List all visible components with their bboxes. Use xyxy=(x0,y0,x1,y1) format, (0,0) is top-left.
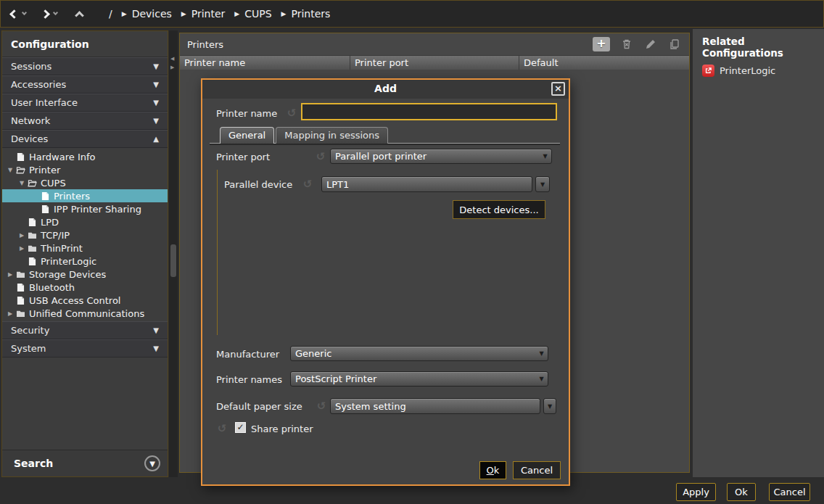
breadcrumb-item-printer[interactable]: ▶ Printer xyxy=(181,8,226,20)
sidebar-section-network[interactable]: Network ▼ xyxy=(2,112,168,130)
manufacturer-label: Manufacturer xyxy=(216,347,279,362)
copy-icon[interactable] xyxy=(667,38,682,51)
tree-item-printers[interactable]: Printers xyxy=(2,189,168,202)
expander-expanded-icon[interactable]: ▼ xyxy=(17,180,27,186)
cancel-button[interactable]: Cancel xyxy=(769,483,810,501)
forward-history-caret-icon[interactable] xyxy=(53,10,58,15)
document-icon xyxy=(27,257,37,266)
scrollbar-thumb[interactable] xyxy=(170,244,176,277)
share-printer-checkbox[interactable]: ✓ xyxy=(235,422,246,433)
default-paper-size-label: Default paper size xyxy=(216,399,302,414)
reset-icon[interactable]: ↺ xyxy=(315,399,328,414)
expander-collapsed-icon[interactable]: ▶ xyxy=(17,245,27,252)
detect-devices-button[interactable]: Detect devices... xyxy=(453,200,545,219)
tree-item-unified-communications[interactable]: ▶ Unified Communications xyxy=(2,307,168,320)
tree-item-lpd[interactable]: LPD xyxy=(2,215,168,228)
sidebar-section-accessories[interactable]: Accessories ▼ xyxy=(2,75,168,94)
apply-button[interactable]: Apply xyxy=(676,483,716,501)
related-item-printerlogic[interactable]: PrinterLogic xyxy=(702,65,824,77)
dialog-ok-button[interactable]: Ok xyxy=(479,461,506,479)
tree-item-thinprint[interactable]: ▶ ThinPrint xyxy=(2,241,168,255)
sidebar-section-system[interactable]: System ▼ xyxy=(2,339,168,358)
search-expand-button[interactable]: ▼ xyxy=(144,455,160,471)
splitter-right-icon[interactable]: ▶ xyxy=(170,64,174,71)
search-label: Search xyxy=(14,458,144,469)
top-toolbar: / ▶ Devices ▶ Printer ▶ CUPS ▶ Printers xyxy=(0,0,824,28)
tree-item-ipp-printer-sharing[interactable]: IPP Printer Sharing xyxy=(2,202,168,215)
splitter-left-icon[interactable]: ◀ xyxy=(170,55,174,62)
folder-closed-icon xyxy=(27,231,37,239)
breadcrumb-arrow-icon: ▶ xyxy=(181,10,186,17)
default-paper-size-dropdown-button[interactable]: ▼ xyxy=(543,398,556,414)
parallel-device-dropdown-button[interactable]: ▼ xyxy=(535,176,550,192)
tree-item-usb-access-control[interactable]: USB Access Control xyxy=(2,294,168,307)
sidebar-section-devices[interactable]: Devices ▲ xyxy=(2,130,168,148)
related-configurations-title: Related Configurations xyxy=(693,29,824,59)
sidebar-scrollbar[interactable]: ◀ ▶ xyxy=(169,30,178,477)
breadcrumb-item-cups[interactable]: ▶ CUPS xyxy=(234,8,271,20)
tab-general[interactable]: General xyxy=(220,127,274,144)
chevron-down-icon: ▼ xyxy=(153,344,159,352)
breadcrumb-item-devices[interactable]: ▶ Devices xyxy=(122,8,172,20)
parallel-device-label: Parallel device xyxy=(224,177,292,192)
tab-mapping-in-sessions[interactable]: Mapping in sessions xyxy=(276,127,388,144)
check-icon: ✓ xyxy=(236,422,244,432)
column-header-default[interactable]: Default xyxy=(519,56,689,70)
chevron-down-icon: ▼ xyxy=(535,376,548,382)
parallel-device-input[interactable]: LPT1 xyxy=(321,176,532,192)
reset-icon[interactable]: ↺ xyxy=(301,177,314,192)
sidebar-title: Configuration xyxy=(2,31,168,57)
default-paper-size-input[interactable]: System setting xyxy=(330,398,540,414)
expander-collapsed-icon[interactable]: ▶ xyxy=(5,271,15,278)
tree-item-hardware-info[interactable]: Hardware Info xyxy=(2,150,168,163)
breadcrumb-item-printers[interactable]: ▶ Printers xyxy=(281,8,331,20)
printer-names-select[interactable]: PostScript Printer ▼ xyxy=(290,371,548,387)
tree-item-bluetooth[interactable]: Bluetooth xyxy=(2,281,168,294)
column-header-printer-port[interactable]: Printer port xyxy=(350,56,519,70)
document-icon xyxy=(15,152,25,162)
folder-closed-icon xyxy=(15,310,25,318)
printer-port-label: Printer port xyxy=(216,149,270,165)
sidebar-section-security[interactable]: Security ▼ xyxy=(2,321,168,339)
printer-port-select[interactable]: Parallel port printer ▼ xyxy=(330,149,552,164)
manufacturer-select[interactable]: Generic ▼ xyxy=(290,346,548,361)
chevron-up-icon: ▲ xyxy=(153,135,159,143)
expander-collapsed-icon[interactable]: ▶ xyxy=(5,310,15,317)
tree-item-printerlogic[interactable]: PrinterLogic xyxy=(2,255,168,268)
reset-icon[interactable]: ↺ xyxy=(314,149,327,165)
expander-collapsed-icon[interactable]: ▶ xyxy=(17,232,27,239)
tree-item-tcp-ip[interactable]: ▶ TCP/IP xyxy=(2,228,168,241)
chevron-down-icon: ▼ xyxy=(153,80,159,88)
dialog-cancel-button[interactable]: Cancel xyxy=(513,461,561,479)
forward-icon[interactable] xyxy=(41,9,50,19)
sidebar-section-user-interface[interactable]: User Interface ▼ xyxy=(2,94,168,112)
expander-expanded-icon[interactable]: ▼ xyxy=(5,167,15,173)
panel-title: Printers xyxy=(187,39,593,50)
add-button[interactable]: + xyxy=(593,37,610,51)
column-header-printer-name[interactable]: Printer name xyxy=(180,56,350,70)
up-icon[interactable] xyxy=(75,11,84,20)
dialog-tabs: General Mapping in sessions xyxy=(210,127,560,144)
breadcrumb-root[interactable]: / xyxy=(109,8,112,20)
sidebar-section-sessions[interactable]: Sessions ▼ xyxy=(2,57,168,75)
reset-icon[interactable]: ↺ xyxy=(285,106,298,121)
add-dialog: Add × Printer name ↺ General Mapping in … xyxy=(201,78,570,486)
edit-icon[interactable] xyxy=(643,38,658,51)
folder-closed-icon xyxy=(27,244,37,252)
close-icon[interactable]: × xyxy=(551,82,565,96)
share-printer-label: Share printer xyxy=(251,421,313,437)
printer-names-label: Printer names xyxy=(216,372,282,387)
ok-button[interactable]: Ok xyxy=(727,483,756,501)
tree-item-printer[interactable]: ▼ Printer xyxy=(2,163,168,176)
chevron-down-icon: ▼ xyxy=(153,62,159,70)
tree-item-storage-devices[interactable]: ▶ Storage Devices xyxy=(2,268,168,281)
delete-icon[interactable] xyxy=(619,38,634,51)
search-bar[interactable]: Search ▼ xyxy=(2,450,168,476)
tree-item-cups[interactable]: ▼ CUPS xyxy=(2,176,168,189)
chevron-down-icon: ▼ xyxy=(535,350,548,357)
reset-icon[interactable]: ↺ xyxy=(215,421,228,437)
chevron-down-icon: ▼ xyxy=(149,460,155,468)
back-icon[interactable] xyxy=(9,9,19,19)
printer-name-input[interactable] xyxy=(301,103,557,120)
back-history-caret-icon[interactable] xyxy=(22,10,27,15)
